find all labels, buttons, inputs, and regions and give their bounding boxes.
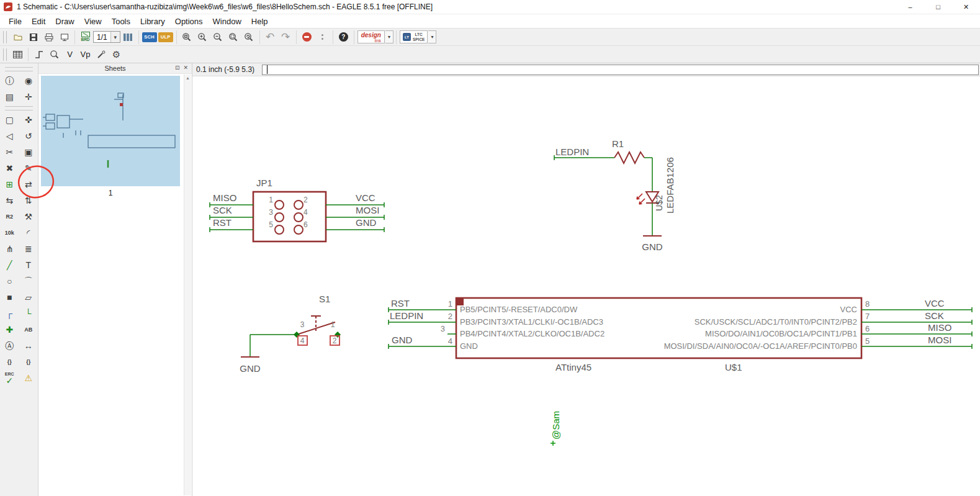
tool-move[interactable]: ✜ [19, 112, 38, 128]
tool-add-part[interactable]: ⊞ [0, 176, 19, 192]
design-link-button[interactable]: design link [357, 30, 385, 45]
r1-resistor-symbol[interactable] [614, 152, 644, 163]
grid-button[interactable] [10, 47, 25, 62]
close-button[interactable]: ✕ [952, 0, 980, 14]
tool-net[interactable]: └ [19, 305, 38, 322]
jp1-pad-2[interactable] [294, 201, 303, 209]
run-ulp-button[interactable]: ULP [158, 30, 174, 45]
probe-button[interactable] [93, 47, 109, 62]
menu-options[interactable]: Options [170, 16, 208, 27]
gnd-label[interactable]: GND [642, 241, 663, 252]
redo-button[interactable]: ↷ [278, 30, 294, 45]
wire-bend-button[interactable] [31, 47, 47, 62]
net-label-mosi[interactable]: MOSI [928, 335, 951, 345]
tool-split[interactable]: ⋔ [0, 241, 19, 257]
tool-rect[interactable]: ■ [0, 289, 19, 305]
jp1-pad-3[interactable] [275, 213, 284, 222]
tool-copy[interactable]: ▣ [19, 144, 38, 160]
tool-label[interactable]: AB [19, 322, 38, 338]
command-input[interactable] [262, 65, 979, 75]
panel-float-button[interactable]: ⊡ [175, 65, 180, 71]
tool-dimension[interactable]: ↔ [19, 338, 38, 354]
jp1-ref[interactable]: JP1 [256, 178, 272, 188]
stop-button[interactable] [299, 30, 315, 45]
zoom-fit-button[interactable] [179, 30, 195, 45]
tool-miter[interactable]: ◜ [19, 225, 38, 241]
zoom-button[interactable] [47, 47, 62, 62]
net-label-sck[interactable]: SCK [925, 310, 944, 321]
zoom-select-button[interactable] [226, 30, 241, 45]
schematic-canvas-area[interactable]: JP1 1 2 3 4 5 6 [192, 76, 980, 496]
net-label-vcc[interactable]: VCC [925, 298, 945, 309]
net-label-gnd[interactable]: GND [356, 217, 377, 228]
minimize-button[interactable]: – [896, 0, 924, 14]
zoom-redraw-button[interactable] [241, 30, 257, 45]
tool-wire[interactable]: ╱ [0, 257, 19, 273]
tool-change[interactable]: ✎ [19, 160, 38, 176]
scroll-up-icon[interactable]: ▲ [186, 76, 190, 495]
net-label-rst[interactable]: RST [213, 217, 232, 228]
author-annotation[interactable]: @Sam [551, 411, 561, 440]
zoom-in-button[interactable] [195, 30, 210, 45]
tool-invoke[interactable]: ≣ [19, 241, 38, 257]
switch-to-board-button[interactable]: BRD [78, 30, 93, 45]
tool-value[interactable]: 10k [0, 225, 19, 241]
tool-global-attributes[interactable]: {} [19, 354, 38, 370]
menu-window[interactable]: Window [208, 16, 246, 27]
print-button[interactable] [41, 30, 56, 45]
undo-button[interactable]: ↶ [263, 30, 278, 45]
ic-ref[interactable]: U$1 [725, 362, 742, 372]
net-label-vcc[interactable]: VCC [356, 192, 375, 203]
menu-help[interactable]: Help [246, 16, 273, 27]
phase-probe-button[interactable]: Vp [78, 47, 93, 62]
toolbar-grip[interactable] [3, 48, 7, 61]
net-label-ledpin[interactable]: LEDPIN [390, 310, 423, 321]
sheets-list-button[interactable] [120, 30, 136, 45]
sheet-thumbnail[interactable] [41, 76, 180, 186]
jp1-pad-6[interactable] [294, 225, 303, 234]
tool-mark[interactable]: ✛ [19, 89, 38, 105]
tool-erc[interactable]: ERC✓ [0, 370, 19, 386]
tool-attribute[interactable]: Ⓐ [0, 338, 19, 354]
jp1-body[interactable] [253, 192, 326, 241]
zoom-out-button[interactable] [210, 30, 226, 45]
tool-group[interactable]: ▢ [0, 112, 19, 128]
tool-bus[interactable]: ┌ [0, 305, 19, 322]
command-menu-button[interactable] [315, 30, 330, 45]
ltc-spice-button[interactable]: LT LTC SPICE [399, 30, 429, 45]
tool-name[interactable]: R2 [0, 209, 19, 225]
jp1-pad-5[interactable] [275, 225, 284, 234]
net-label-mosi[interactable]: MOSI [356, 205, 379, 215]
tool-cut[interactable]: ✂ [0, 144, 19, 160]
gnd-label[interactable]: GND [240, 363, 261, 374]
r1-ref[interactable]: R1 [612, 138, 624, 149]
led-ref[interactable]: U$2 [654, 195, 664, 211]
led-wire[interactable] [644, 158, 652, 192]
menu-draw[interactable]: Draw [50, 16, 79, 27]
palette-grip[interactable] [5, 106, 33, 110]
run-script-button[interactable]: SCH [142, 30, 158, 45]
net-label-rst[interactable]: RST [391, 298, 410, 309]
sheet-selector[interactable]: 1/1 ▾ [93, 31, 120, 43]
sheet-selector-dropdown-icon[interactable]: ▾ [110, 32, 120, 42]
ltc-spice-dropdown[interactable]: ▾ [428, 30, 436, 43]
design-link-dropdown[interactable]: ▾ [385, 30, 393, 43]
tool-smash[interactable]: ⚒ [19, 209, 38, 225]
net-label-miso[interactable]: MISO [213, 192, 236, 203]
jp1-pad-4[interactable] [294, 213, 303, 222]
toolbar-grip[interactable] [3, 31, 7, 43]
voltage-probe-button[interactable]: V [62, 47, 78, 62]
open-button[interactable] [10, 30, 25, 45]
tool-rotate[interactable]: ↺ [19, 128, 38, 144]
tool-attributes[interactable]: {} [0, 354, 19, 370]
export-image-button[interactable] [56, 30, 72, 45]
tool-circle[interactable]: ○ [0, 273, 19, 289]
help-button[interactable]: ? [336, 30, 351, 45]
tool-junction[interactable]: ✚ [0, 322, 19, 338]
s1-ref[interactable]: S1 [319, 294, 330, 304]
menu-file[interactable]: File [4, 16, 27, 27]
menu-tools[interactable]: Tools [107, 16, 135, 27]
tool-gateswap[interactable]: ⇅ [19, 192, 38, 209]
led-value[interactable]: LEDFAB1206 [665, 157, 675, 214]
net-label-gnd[interactable]: GND [392, 335, 413, 345]
